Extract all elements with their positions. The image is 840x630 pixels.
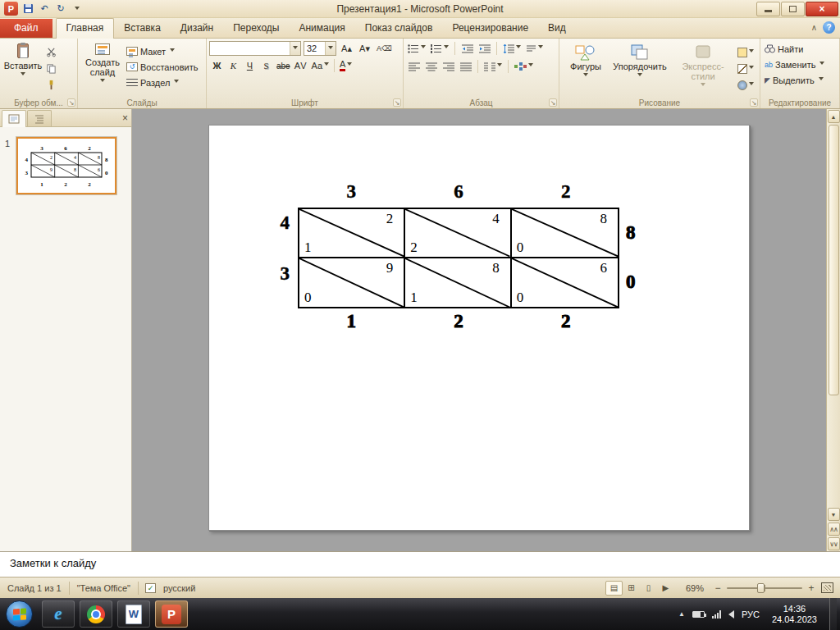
tab-animations[interactable]: Анимация [289,19,354,38]
language-indicator[interactable]: русский [156,583,203,593]
text-shadow-button[interactable]: S [258,58,274,73]
zoom-in-button[interactable]: + [805,582,818,595]
copy-button[interactable] [43,61,59,75]
font-color-button[interactable]: А [338,58,354,73]
replace-button[interactable]: ab Заменить [763,57,837,72]
text-direction-button[interactable] [524,41,545,56]
change-case-button[interactable]: Aa [310,58,331,73]
panel-tab-slides[interactable] [2,110,26,127]
theme-name[interactable]: "Тема Office" [70,583,138,593]
slide-canvas[interactable]: 3 6 2 4 3 8 0 2 1 4 [208,125,750,531]
next-slide-button[interactable]: ∨∨ [828,537,840,550]
slide-sorter-view-button[interactable]: ⊞ [623,581,640,596]
start-button[interactable] [6,600,33,628]
reset-button[interactable]: ↺ Восстановить [125,59,199,75]
zoom-out-button[interactable]: − [711,582,724,595]
battery-icon[interactable] [692,611,705,618]
zoom-percentage[interactable]: 69% [674,583,711,593]
tab-home[interactable]: Главная [56,18,115,39]
close-button[interactable]: × [806,2,838,16]
scroll-down-button[interactable]: ▼ [828,508,840,521]
grow-font-button[interactable]: А▴ [339,41,354,56]
taskbar-word-button[interactable]: W [117,600,150,628]
bullets-button[interactable] [406,41,427,56]
table-cell[interactable]: 4 2 [405,209,511,258]
shape-outline-button[interactable] [736,62,756,76]
numbering-button[interactable] [429,41,450,56]
table-cell[interactable]: 8 0 [512,209,618,258]
help-button[interactable]: ? [823,21,835,34]
align-right-button[interactable] [441,59,456,74]
shapes-button[interactable]: Фигуры [562,41,609,97]
new-slide-button[interactable]: Создать слайд [80,41,125,97]
taskbar-powerpoint-button[interactable]: P [155,600,188,628]
font-size-combo[interactable]: 32 [304,41,336,56]
slide-thumbnail[interactable]: 3 6 2 1 2 2 4 3 8 0 2 4 8 9 8 [16,137,116,194]
shape-effects-button[interactable] [736,78,756,93]
select-button[interactable]: ◤ Выделить [763,72,837,88]
tab-design[interactable]: Дизайн [171,19,223,38]
bold-button[interactable]: Ж [209,58,225,73]
panel-tab-outline[interactable] [27,110,52,126]
taskbar-clock[interactable]: 14:36 24.04.2023 [772,604,817,625]
zoom-slider[interactable] [727,582,802,595]
underline-button[interactable]: Ч [242,58,258,73]
tab-file[interactable]: Файл [0,19,52,38]
columns-button[interactable] [482,59,504,74]
section-button[interactable]: Раздел [125,75,199,90]
minimize-button[interactable] [756,2,780,16]
fit-to-window-button[interactable] [821,582,833,593]
taskbar-ie-button[interactable]: e [42,600,75,628]
line-spacing-button[interactable] [501,41,523,56]
strikethrough-button[interactable]: abe [275,58,292,73]
cut-button[interactable] [43,44,59,59]
maximize-button[interactable] [781,2,805,16]
previous-slide-button[interactable]: ∧∧ [828,523,840,536]
table-cell[interactable]: 6 0 [512,258,618,308]
tab-slideshow[interactable]: Показ слайдов [355,19,443,38]
keyboard-language[interactable]: РУС [742,609,760,619]
tray-expand-icon[interactable]: ▲ [678,610,685,618]
italic-button[interactable]: К [226,58,241,73]
tab-view[interactable]: Вид [538,19,576,38]
decrease-indent-button[interactable] [459,41,475,56]
table-cell[interactable]: 9 0 [299,258,405,308]
transport-table[interactable]: 2 1 4 2 8 0 9 [298,208,619,308]
slide-editor-area[interactable]: 3 6 2 4 3 8 0 2 1 4 [132,109,826,551]
vertical-scrollbar[interactable]: ▲ ▼ ∧∧ ∨∨ [826,109,840,551]
table-cell[interactable]: 2 1 [299,209,405,258]
align-center-button[interactable] [423,59,439,74]
network-signal-icon[interactable] [712,610,721,619]
scrollbar-thumb[interactable] [829,125,839,395]
format-painter-button[interactable] [43,77,59,92]
slideshow-view-button[interactable]: ▶ [657,581,674,596]
reading-view-button[interactable]: ▯ [640,581,657,596]
tab-insert[interactable]: Вставка [114,19,171,38]
shape-fill-button[interactable] [736,45,756,60]
taskbar-chrome-button[interactable] [80,600,112,628]
increase-indent-button[interactable] [477,41,492,56]
panel-close-button[interactable]: × [122,112,128,124]
layout-button[interactable]: Макет [125,43,199,59]
arrange-button[interactable]: Упорядочить [609,41,670,97]
table-cell[interactable]: 8 1 [405,258,511,308]
spellcheck-icon[interactable]: ✓ [145,583,156,593]
paste-button[interactable]: Вставить [2,41,43,97]
shrink-font-button[interactable]: А▾ [357,41,372,56]
minimize-ribbon-icon[interactable]: ∧ [811,23,817,32]
justify-button[interactable] [458,59,473,74]
scroll-up-button[interactable]: ▲ [828,110,840,123]
character-spacing-button[interactable]: AV [293,58,309,73]
align-left-button[interactable] [406,59,422,74]
show-desktop-button[interactable] [829,598,837,630]
clear-formatting-button[interactable]: А⌫ [375,41,394,56]
quick-styles-button[interactable]: Экспресс-стили [670,41,736,97]
tab-transitions[interactable]: Переходы [223,19,289,38]
zoom-slider-thumb[interactable] [757,583,765,593]
speaker-icon[interactable] [728,610,734,619]
font-name-combo[interactable] [209,41,301,56]
notes-pane[interactable]: Заметки к слайду [0,551,840,577]
convert-smartart-button[interactable] [513,59,535,74]
tab-review[interactable]: Рецензирование [442,19,538,38]
find-button[interactable]: Найти [763,41,837,57]
